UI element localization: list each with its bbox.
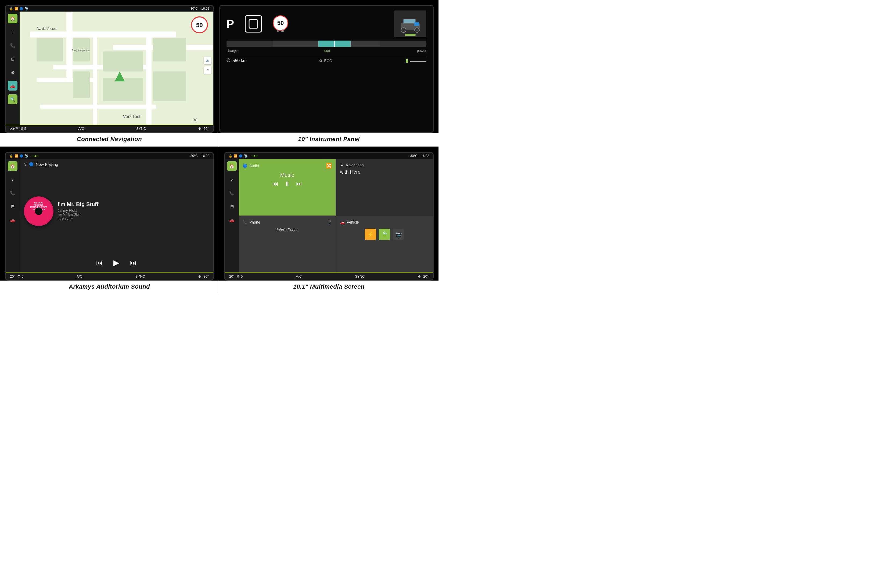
vehicle-tile[interactable]: 🚗 Vehicle ⚡ 🍃 📷 — [336, 216, 433, 273]
nav-home-icon[interactable]: 🏠 — [8, 14, 18, 23]
svg-rect-13 — [73, 72, 90, 98]
nav-sub-label: with Here — [340, 169, 429, 175]
side-nav-music: 🏠 ♪ 📞 ⊞ 🚗 — [6, 159, 19, 273]
signal-icon-mm: 📶 — [234, 154, 237, 158]
phone-name-label: John's Phone — [243, 228, 332, 232]
settings-icon-mm[interactable]: ⚙ — [418, 274, 421, 278]
status-time-temp-music: 30°C 16:02 — [190, 154, 209, 158]
temp-right-music: 20° — [203, 274, 209, 278]
eco-icon: ♻ — [319, 58, 322, 63]
svg-text:30: 30 — [193, 118, 198, 122]
lock-icon-m: 🔒 — [9, 154, 13, 158]
q1-label: Connected Navigation — [0, 133, 219, 147]
svg-point-27 — [401, 28, 406, 33]
bluetooth-audio-icon: 🔵 — [243, 164, 247, 168]
prev-track-button[interactable]: ⏮ — [96, 259, 103, 267]
shuffle-icon: 🔀 — [326, 163, 332, 169]
fan-music: ⚙ 5 — [18, 274, 24, 278]
chevron-down-icon: ∨ — [24, 162, 27, 166]
settings-icon-nav[interactable]: ⚙ — [198, 127, 201, 130]
settings-icon-music[interactable]: ⚙ — [198, 274, 201, 278]
q2-label: 10" Instrument Panel — [219, 133, 439, 147]
bluetooth-icon: 🔵 — [19, 7, 23, 10]
status-time-temp-mm: 30°C 16:02 — [410, 154, 429, 158]
layers-ctrl[interactable]: ≡ — [204, 66, 211, 74]
svg-rect-1 — [30, 32, 176, 38]
mm-car-icon[interactable]: 🚗 — [227, 215, 237, 225]
music-apps-icon[interactable]: ⊞ — [8, 201, 18, 211]
gear-indicator: P — [226, 18, 234, 30]
bottom-ac-music[interactable]: A/C — [76, 274, 82, 278]
charge-bar-labels: charge eco power — [226, 49, 426, 52]
charge-label: charge — [226, 49, 237, 52]
svg-rect-11 — [103, 51, 143, 71]
music-car-icon[interactable]: 🚗 — [8, 215, 18, 225]
eco-leaf-btn[interactable]: 🍃 — [379, 229, 390, 240]
temp-nav: 30°C — [190, 7, 198, 10]
quadrant-instrument: P 50 km/h — [219, 0, 439, 147]
phone-handset-icon: 📞 — [243, 220, 247, 224]
temp-left-music: 20° — [10, 274, 15, 278]
navigation-tile[interactable]: ▲ Navigation with Here — [336, 159, 433, 216]
pause-btn-tile[interactable]: ⏸ — [284, 180, 290, 187]
temp-right-mm: 20° — [423, 274, 429, 278]
audio-tile[interactable]: 🔵 Audio 🔀 Music ⏮ ⏸ ⏭ — [239, 159, 336, 216]
bottom-bar-mm: 20° ⚙ 5 A/C SYNC ⚙ 20° — [225, 273, 433, 280]
mm-apps-icon[interactable]: ⊞ — [227, 201, 237, 211]
bottom-sync-nav[interactable]: SYNC — [136, 127, 146, 130]
vehicle-tile-header: 🚗 Vehicle — [340, 220, 429, 224]
fan-nav: ⚙ 5 — [20, 127, 26, 130]
lock-icon-mm: 🔒 — [229, 154, 232, 158]
status-bar-music: 🔒 📶 🔵 📡 ━●━ 30°C 16:02 — [6, 153, 213, 159]
eco-label: eco — [324, 49, 330, 52]
instrument-bottom: 550 km ♻ ECO 🔋 ▬▬▬▬▬ — [226, 56, 426, 65]
nav-settings-icon[interactable]: ⚙ — [8, 68, 18, 77]
svg-text:Av. de Vitesse: Av. de Vitesse — [36, 27, 57, 31]
svg-rect-4 — [146, 32, 151, 124]
music-home-icon[interactable]: 🏠 — [8, 161, 18, 171]
battery-display: 🔋 ▬▬▬▬▬ — [405, 58, 426, 63]
status-icons-nav: 🔒 📶 🔵 📡 — [9, 7, 28, 10]
music-phone-icon[interactable]: 📞 — [8, 188, 18, 198]
status-icons-music: 🔒 📶 🔵 📡 ━●━ — [9, 154, 38, 158]
time-nav: 16:02 — [201, 7, 209, 10]
lock-icon: 🔒 — [9, 7, 13, 10]
bottom-sync-mm[interactable]: SYNC — [355, 274, 364, 278]
track-info: I'm Mr. Big Stuff Jimmy Hicks I'm Mr. Bi… — [58, 201, 98, 221]
nav-apps-icon[interactable]: ⊞ — [8, 54, 18, 64]
nav-search-icon[interactable]: 🔍 — [8, 94, 18, 104]
car-display — [394, 10, 426, 38]
volume-ctrl[interactable]: 🔈 — [204, 57, 211, 64]
mm-home-icon[interactable]: 🏠 — [227, 161, 237, 171]
bottom-sync-music[interactable]: SYNC — [135, 274, 145, 278]
range-display: 550 km — [226, 58, 247, 63]
svg-text:Ave Evolution: Ave Evolution — [72, 49, 90, 52]
bottom-ac-mm[interactable]: A/C — [296, 274, 302, 278]
bluetooth-music-icon: 🔵 — [29, 162, 34, 166]
next-btn-tile[interactable]: ⏭ — [296, 180, 302, 187]
charge-bolt-btn[interactable]: ⚡ — [365, 229, 376, 240]
nav-music-icon[interactable]: ♪ — [8, 27, 18, 37]
bottom-right-nav: ⚙ 20° — [198, 127, 209, 130]
music-note-icon[interactable]: ♪ — [8, 175, 18, 184]
mm-phone-icon[interactable]: 📞 — [227, 188, 237, 198]
svg-rect-23 — [249, 20, 258, 28]
phone-tile[interactable]: 📞 Phone 📱 John's Phone — [239, 216, 336, 273]
camera-btn[interactable]: 📷 — [393, 229, 404, 240]
status-bar-nav: 🔒 📶 🔵 📡 30°C 16:02 — [6, 6, 213, 12]
next-track-button[interactable]: ⏭ — [130, 259, 136, 267]
mm-music-icon[interactable]: ♪ — [227, 175, 237, 184]
bottom-ac-nav[interactable]: A/C — [78, 127, 84, 130]
play-button[interactable]: ▶ — [113, 258, 119, 267]
map-controls[interactable]: 🔈 ≡ — [204, 57, 211, 74]
time-music: 16:02 — [201, 154, 209, 158]
nav-arrow-icon: ▲ — [340, 163, 344, 167]
nav-car-icon[interactable]: 🚗 — [8, 81, 18, 91]
power-label: power — [417, 49, 426, 52]
prev-btn-tile[interactable]: ⏮ — [273, 180, 278, 187]
nav-tile-label: Navigation — [346, 163, 364, 167]
temp-right-nav: 20° — [203, 127, 209, 130]
svg-rect-7 — [93, 32, 97, 124]
svg-rect-9 — [36, 38, 63, 62]
nav-phone-icon[interactable]: 📞 — [8, 40, 18, 50]
